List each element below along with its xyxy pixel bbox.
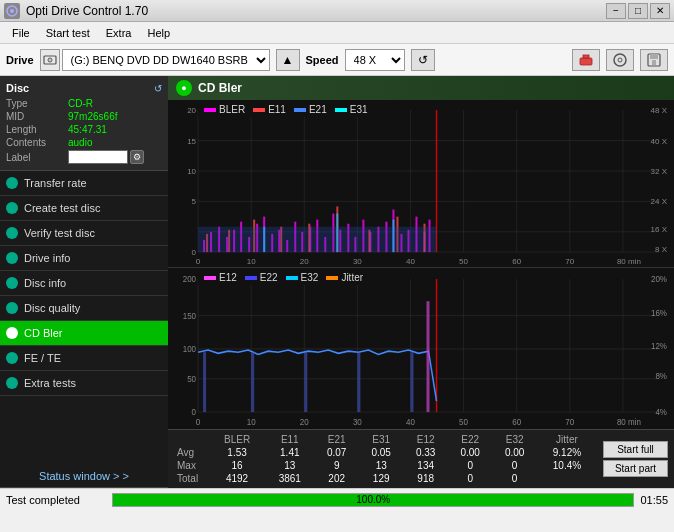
disc-type-key: Type bbox=[6, 98, 68, 109]
disc-info-button[interactable] bbox=[606, 49, 634, 71]
legend-e31: E31 bbox=[335, 104, 368, 115]
svg-text:0: 0 bbox=[192, 407, 197, 417]
start-part-button[interactable]: Start part bbox=[603, 460, 668, 477]
svg-rect-126 bbox=[203, 353, 206, 413]
sidebar-item-create-test-disc-label: Create test disc bbox=[24, 202, 100, 214]
close-button[interactable]: ✕ bbox=[650, 3, 670, 19]
status-window-button[interactable]: Status window > > bbox=[0, 465, 168, 488]
cd-bler-icon bbox=[6, 327, 18, 339]
svg-text:20: 20 bbox=[300, 257, 309, 266]
menu-help[interactable]: Help bbox=[139, 25, 178, 41]
sidebar-item-verify-test-disc[interactable]: Verify test disc bbox=[0, 221, 168, 246]
stats-avg-bler: 1.53 bbox=[209, 446, 265, 459]
stats-header-bler: BLER bbox=[209, 433, 265, 446]
refresh-speed-button[interactable]: ↺ bbox=[411, 49, 435, 71]
legend-e21: E21 bbox=[294, 104, 327, 115]
stats-header-e11: E11 bbox=[265, 433, 314, 446]
create-test-disc-icon bbox=[6, 202, 18, 214]
sidebar-item-drive-info-label: Drive info bbox=[24, 252, 70, 264]
svg-text:32 X: 32 X bbox=[651, 167, 668, 176]
svg-text:100: 100 bbox=[183, 344, 197, 354]
stats-total-e22: 0 bbox=[448, 472, 492, 485]
menu-bar: File Start test Extra Help bbox=[0, 22, 674, 44]
drive-info-icon bbox=[6, 252, 18, 264]
svg-text:40 X: 40 X bbox=[651, 137, 668, 146]
svg-text:0: 0 bbox=[192, 248, 197, 257]
save-button[interactable] bbox=[640, 49, 668, 71]
svg-text:50: 50 bbox=[459, 257, 468, 266]
stats-avg-e32: 0.00 bbox=[492, 446, 536, 459]
drive-bar: Drive (G:) BENQ DVD DD DW1640 BSRB ▲ Spe… bbox=[0, 44, 674, 76]
legend-e32: E32 bbox=[286, 272, 319, 283]
menu-start-test[interactable]: Start test bbox=[38, 25, 98, 41]
stats-total-bler: 4192 bbox=[209, 472, 265, 485]
svg-rect-5 bbox=[580, 58, 592, 65]
sidebar-item-fe-te[interactable]: FE / TE bbox=[0, 346, 168, 371]
sidebar-item-verify-test-disc-label: Verify test disc bbox=[24, 227, 95, 239]
eject-button[interactable]: ▲ bbox=[276, 49, 300, 71]
status-text: Test completed bbox=[6, 494, 106, 506]
chart-title: CD Bler bbox=[198, 81, 242, 95]
fe-te-icon bbox=[6, 352, 18, 364]
menu-file[interactable]: File bbox=[4, 25, 38, 41]
svg-text:10: 10 bbox=[247, 417, 256, 427]
disc-quality-icon bbox=[6, 302, 18, 314]
stats-header-e12: E12 bbox=[403, 433, 447, 446]
stats-total-e12: 918 bbox=[403, 472, 447, 485]
svg-text:8%: 8% bbox=[655, 371, 667, 381]
svg-text:50: 50 bbox=[187, 374, 196, 384]
restore-button[interactable]: □ bbox=[628, 3, 648, 19]
disc-info-icon bbox=[6, 277, 18, 289]
disc-label-key: Label bbox=[6, 152, 68, 163]
menu-extra[interactable]: Extra bbox=[98, 25, 140, 41]
minimize-button[interactable]: − bbox=[606, 3, 626, 19]
stats-max-e12: 134 bbox=[403, 459, 447, 472]
svg-text:50: 50 bbox=[459, 417, 468, 427]
disc-label-input[interactable] bbox=[68, 150, 128, 164]
svg-text:70: 70 bbox=[565, 257, 574, 266]
stats-max-label: Max bbox=[174, 459, 209, 472]
sidebar-item-drive-info[interactable]: Drive info bbox=[0, 246, 168, 271]
stats-avg-e21: 0.07 bbox=[314, 446, 358, 459]
svg-text:10: 10 bbox=[247, 257, 256, 266]
svg-rect-90 bbox=[336, 214, 338, 253]
svg-text:5: 5 bbox=[192, 197, 197, 206]
stats-header-e22: E22 bbox=[448, 433, 492, 446]
svg-rect-91 bbox=[392, 220, 394, 252]
sidebar-item-disc-info[interactable]: Disc info bbox=[0, 271, 168, 296]
stats-avg-e11: 1.41 bbox=[265, 446, 314, 459]
stats-avg-e31: 0.05 bbox=[359, 446, 403, 459]
start-full-button[interactable]: Start full bbox=[603, 441, 668, 458]
speed-select[interactable]: 48 X 40 X 32 X bbox=[345, 49, 405, 71]
legend-e12: E12 bbox=[204, 272, 237, 283]
stats-actions: Start full Start part bbox=[597, 433, 668, 485]
erase-button[interactable] bbox=[572, 49, 600, 71]
svg-text:20: 20 bbox=[300, 417, 309, 427]
sidebar-item-create-test-disc[interactable]: Create test disc bbox=[0, 196, 168, 221]
sidebar-item-disc-quality[interactable]: Disc quality bbox=[0, 296, 168, 321]
disc-type-value: CD-R bbox=[68, 98, 93, 109]
stats-avg-jitter: 9.12% bbox=[537, 446, 597, 459]
svg-text:15: 15 bbox=[187, 137, 196, 146]
label-settings-button[interactable]: ⚙ bbox=[130, 150, 144, 164]
sidebar-item-transfer-rate[interactable]: Transfer rate bbox=[0, 171, 168, 196]
svg-text:24 X: 24 X bbox=[651, 197, 668, 206]
sidebar-item-extra-tests[interactable]: Extra tests bbox=[0, 371, 168, 396]
svg-text:80 min: 80 min bbox=[617, 257, 641, 266]
svg-point-4 bbox=[49, 59, 50, 60]
top-chart-container: BLER E11 E21 E31 bbox=[168, 100, 674, 268]
transfer-rate-icon bbox=[6, 177, 18, 189]
svg-text:4%: 4% bbox=[655, 407, 667, 417]
svg-rect-131 bbox=[427, 302, 430, 413]
drive-select[interactable]: (G:) BENQ DVD DD DW1640 BSRB bbox=[62, 49, 270, 71]
sidebar-item-cd-bler[interactable]: CD Bler bbox=[0, 321, 168, 346]
stats-table: BLER E11 E21 E31 E12 E22 E32 Jitter Avg bbox=[174, 433, 597, 485]
title-bar: Opti Drive Control 1.70 − □ ✕ bbox=[0, 0, 674, 22]
svg-point-8 bbox=[618, 58, 622, 62]
legend-bler: BLER bbox=[204, 104, 245, 115]
stats-max-e21: 9 bbox=[314, 459, 358, 472]
stats-total-e11: 3861 bbox=[265, 472, 314, 485]
chart-title-bar: ● CD Bler bbox=[168, 76, 674, 100]
svg-text:60: 60 bbox=[512, 417, 521, 427]
disc-refresh-button[interactable]: ↺ bbox=[154, 83, 162, 94]
